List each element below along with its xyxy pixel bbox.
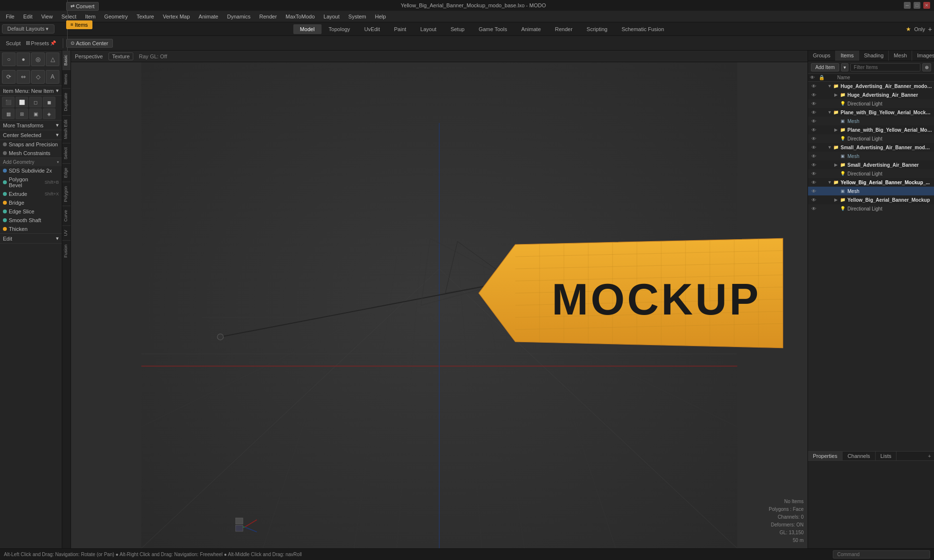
vtab-mesh-edit[interactable]: Mesh Edit	[62, 115, 71, 143]
filter-items-input[interactable]	[850, 63, 920, 71]
menu-vertex map[interactable]: Vertex Map	[159, 13, 194, 20]
transforms-row[interactable]: More Transforms ▾	[0, 121, 62, 130]
rp-tab-groups[interactable]: Groups	[808, 51, 836, 61]
tool-row-2[interactable]: ExtrudeShift+X	[0, 190, 62, 198]
sub-icon-3[interactable]: ◼	[43, 97, 55, 107]
item-row-1[interactable]: 👁 ▶📁Huge_Advertising_Air_Banner	[808, 90, 934, 99]
sub-icon-5[interactable]: ⊞	[16, 108, 28, 119]
star-button[interactable]: ★	[906, 26, 911, 33]
tab-model[interactable]: Model	[293, 24, 322, 34]
lock-icon-9[interactable]	[818, 161, 826, 169]
eye-icon-14[interactable]: 👁	[810, 205, 818, 212]
item-menu-row[interactable]: Item Menu: New Item ▾	[0, 86, 62, 95]
eye-icon-2[interactable]: 👁	[810, 100, 818, 107]
menu-dynamics[interactable]: Dynamics	[223, 13, 254, 20]
viewport[interactable]: Perspective Texture Ray GL: Off	[71, 51, 808, 548]
item-row-14[interactable]: 👁 💡Directional Light	[808, 204, 934, 213]
eye-icon-3[interactable]: 👁	[810, 108, 818, 116]
expand-arrow-7[interactable]: ▼	[827, 145, 832, 150]
lock-icon-5[interactable]	[818, 126, 826, 134]
sub-icon-4[interactable]: ▦	[2, 108, 15, 119]
eye-icon-10[interactable]: 👁	[810, 170, 818, 177]
filter-button[interactable]: ⊕	[922, 63, 931, 71]
menu-help[interactable]: Help	[371, 13, 390, 20]
tab-layout[interactable]: Layout	[413, 24, 443, 34]
eye-icon-5[interactable]: 👁	[810, 126, 818, 134]
item-row-13[interactable]: 👁 ▶📁Yellow_Big_Aerial_Banner_Mockup	[808, 195, 934, 204]
edit-row[interactable]: Edit ▾	[0, 234, 62, 243]
rp-tab-items[interactable]: Items	[836, 51, 859, 61]
sub-icon-6[interactable]: ▣	[29, 108, 42, 119]
eye-icon-7[interactable]: 👁	[810, 143, 818, 151]
presets-pin[interactable]: 📌	[50, 40, 56, 46]
eye-icon-0[interactable]: 👁	[810, 82, 818, 90]
menu-system[interactable]: System	[344, 13, 370, 20]
lock-icon-1[interactable]	[818, 91, 826, 99]
vtab-fusion[interactable]: Fusion	[62, 240, 71, 262]
tool-row-4[interactable]: Edge Slice	[0, 207, 62, 216]
eye-icon-9[interactable]: 👁	[810, 161, 818, 169]
vtab-curve[interactable]: Curve	[62, 206, 71, 226]
add-item-arrow[interactable]: ▾	[841, 63, 848, 71]
tab-topology[interactable]: Topology	[322, 24, 357, 34]
expand-arrow-0[interactable]: ▼	[827, 84, 832, 88]
tool-icon-r1-0[interactable]: ○	[2, 52, 16, 66]
layout-dropdown[interactable]: Default Layouts ▾	[2, 24, 54, 34]
sculpt-button[interactable]: Sculpt	[3, 39, 24, 47]
sub-icon-7[interactable]: ◈	[43, 108, 55, 119]
menu-render[interactable]: Render	[255, 13, 281, 20]
only-button[interactable]: Only	[914, 26, 925, 32]
rp-tab-mesh[interactable]: Mesh	[889, 51, 912, 61]
rpb-add-icon[interactable]: +	[925, 452, 934, 460]
tab-uvedit[interactable]: UvEdit	[358, 24, 387, 34]
tab-game-tools[interactable]: Game Tools	[472, 24, 514, 34]
eye-icon-8[interactable]: 👁	[810, 152, 818, 160]
viewport-canvas[interactable]: MOCKUP No Items Polygons : Face Channels…	[71, 62, 808, 548]
lock-icon-4[interactable]	[818, 117, 826, 125]
snaps-row[interactable]: Snaps and Precision	[0, 140, 62, 149]
menu-texture[interactable]: Texture	[133, 13, 158, 20]
menu-layout[interactable]: Layout	[320, 13, 343, 20]
lock-icon-13[interactable]	[818, 196, 826, 204]
command-input[interactable]	[833, 550, 930, 559]
lock-icon-2[interactable]	[818, 100, 826, 107]
viewport-raygl[interactable]: Ray GL: Off	[139, 53, 167, 59]
add-layout-button[interactable]: +	[928, 25, 932, 33]
vtab-duplicate[interactable]: Duplicate	[62, 88, 71, 115]
lock-icon-0[interactable]	[818, 82, 826, 90]
expand-arrow-1[interactable]: ▶	[834, 92, 839, 97]
item-row-3[interactable]: 👁 ▼📁Plane_with_Big_Yellow_Aerial_Mockup_…	[808, 108, 934, 117]
mesh-constraints-row[interactable]: Mesh Constraints	[0, 149, 62, 158]
lock-icon-7[interactable]	[818, 143, 826, 151]
maximize-button[interactable]: □	[914, 2, 920, 9]
rpb-tab-properties[interactable]: Properties	[808, 452, 843, 460]
vtab-polygon[interactable]: Polygon	[62, 182, 71, 206]
expand-arrow-9[interactable]: ▶	[834, 162, 839, 167]
expand-arrow-11[interactable]: ▼	[827, 180, 832, 185]
toolbar-btn-3[interactable]: ⇄Convert	[66, 2, 99, 11]
menu-edit[interactable]: Edit	[19, 13, 36, 20]
expand-arrow-3[interactable]: ▼	[827, 110, 832, 115]
item-row-0[interactable]: 👁 ▼📁Huge_Advertising_Air_Banner_modo_bas…	[808, 82, 934, 90]
item-row-12[interactable]: 👁 ▣Mesh	[808, 187, 934, 195]
add-item-button[interactable]: Add Item	[811, 63, 839, 71]
add-geometry-header[interactable]: Add Geometry ▾	[0, 158, 62, 166]
item-row-10[interactable]: 👁 💡Directional Light	[808, 169, 934, 178]
item-row-2[interactable]: 👁 💡Directional Light	[808, 99, 934, 108]
tool-icon-r2-2[interactable]: ◇	[31, 70, 45, 84]
tool-row-5[interactable]: Smooth Shaft	[0, 216, 62, 225]
lock-icon-10[interactable]	[818, 170, 826, 177]
tool-icon-r2-1[interactable]: ⇔	[17, 70, 30, 84]
lock-icon-12[interactable]	[818, 187, 826, 195]
rpb-tab-lists[interactable]: Lists	[876, 452, 897, 460]
vtab-edge[interactable]: Edge	[62, 163, 71, 182]
presets-label[interactable]: Presets	[31, 40, 49, 46]
lock-icon-6[interactable]	[818, 135, 826, 142]
item-row-7[interactable]: 👁 ▼📁Small_Advertising_Air_Banner_modo_ba…	[808, 143, 934, 152]
viewport-texture[interactable]: Texture	[108, 52, 133, 60]
close-button[interactable]: ✕	[923, 2, 930, 9]
item-row-6[interactable]: 👁 💡Directional Light	[808, 134, 934, 143]
tool-row-1[interactable]: Polygon BevelShift+B	[0, 175, 62, 190]
lock-icon-3[interactable]	[818, 108, 826, 116]
lock-icon-11[interactable]	[818, 178, 826, 186]
